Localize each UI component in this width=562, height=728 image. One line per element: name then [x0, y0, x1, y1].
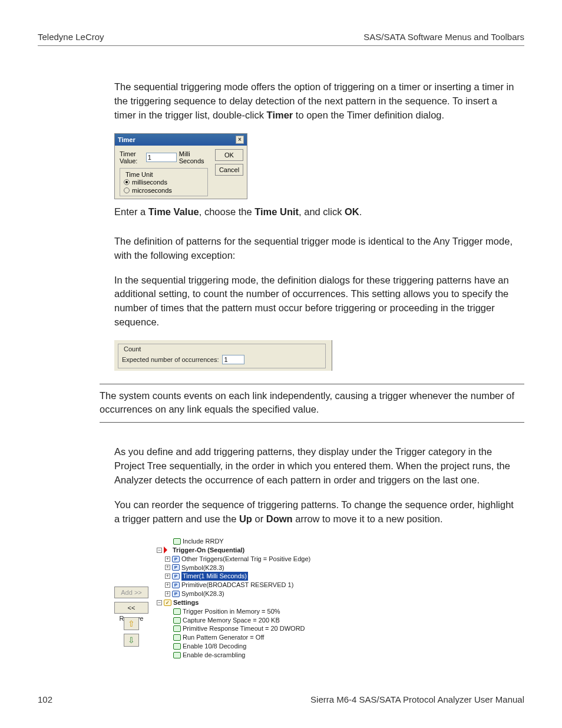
page-footer: 102 Sierra M6-4 SAS/SATA Protocol Analyz…: [38, 694, 524, 704]
intro-paragraph: The sequential triggering mode offers th…: [114, 80, 518, 123]
expand-icon[interactable]: +: [165, 574, 170, 579]
collapse-icon[interactable]: −: [157, 600, 162, 605]
pattern-icon: P: [172, 582, 180, 588]
project-tree: Include RRDY −Trigger-On (Sequential) +P…: [157, 537, 310, 660]
collapse-icon[interactable]: −: [157, 548, 162, 553]
expand-icon[interactable]: +: [165, 582, 170, 588]
header-right: SAS/SATA Software Menus and Toolbars: [363, 32, 524, 42]
count-label: Expected number of occurrences:: [122, 356, 219, 363]
pattern-display-paragraph: As you define and add triggering pattern…: [114, 445, 518, 487]
settings-icon: ✓: [164, 599, 171, 606]
note-box: The system counts events on each link in…: [100, 384, 524, 423]
cancel-button[interactable]: Cancel: [215, 164, 243, 176]
enter-value-line: Enter a Time Value, choose the Time Unit…: [114, 205, 518, 219]
leaf-icon: [173, 652, 181, 658]
timer-value-unit: Milli Seconds: [179, 150, 204, 164]
remove-button[interactable]: << Remove: [114, 602, 148, 614]
radio-milliseconds[interactable]: [124, 179, 130, 185]
pattern-icon: P: [172, 556, 180, 562]
reorder-paragraph: You can reorder the sequence of triggeri…: [114, 498, 518, 526]
pattern-icon: P: [172, 591, 180, 597]
timer-value-label: Timer Value:: [120, 150, 144, 164]
move-down-button[interactable]: ⇩: [124, 634, 139, 647]
radio-microseconds[interactable]: [124, 187, 130, 193]
timer-value-input[interactable]: [146, 153, 177, 162]
header-left: Teledyne LeCroy: [38, 32, 104, 42]
count-group: Count Expected number of occurrences:: [114, 340, 332, 371]
leaf-icon: [173, 625, 181, 632]
expand-icon[interactable]: +: [165, 565, 170, 570]
time-unit-group-label: Time Unit: [124, 171, 155, 178]
add-button[interactable]: Add >>: [114, 587, 148, 598]
leaf-icon: [173, 634, 181, 641]
leaf-icon: [173, 617, 181, 624]
dialog-title: Timer: [118, 136, 135, 143]
leaf-icon: [173, 643, 181, 650]
trigger-icon: [164, 546, 171, 554]
move-up-button[interactable]: ⇧: [124, 617, 139, 630]
page-number: 102: [38, 694, 52, 704]
pattern-icon: P: [172, 564, 180, 571]
selected-tree-item[interactable]: +PTimer(1 Milli Seconds): [157, 572, 310, 581]
ok-button[interactable]: OK: [215, 149, 243, 161]
count-input[interactable]: [222, 355, 244, 364]
definition-paragraph: The definition of patterns for the seque…: [114, 235, 518, 263]
manual-title: Sierra M6-4 SAS/SATA Protocol Analyzer U…: [310, 694, 524, 704]
leaf-icon: [173, 608, 181, 615]
close-icon[interactable]: ×: [236, 136, 244, 144]
count-group-label: Count: [122, 345, 143, 353]
sequential-paragraph: In the sequential triggering mode, the d…: [114, 274, 518, 330]
page-header: Teledyne LeCroy SAS/SATA Software Menus …: [38, 32, 524, 46]
timer-dialog: Timer × OK Cancel Timer Value: Milli Sec…: [114, 133, 247, 199]
expand-icon[interactable]: +: [165, 591, 170, 597]
expand-icon[interactable]: +: [165, 556, 170, 562]
leaf-icon: [173, 538, 181, 545]
pattern-icon: P: [172, 573, 180, 579]
